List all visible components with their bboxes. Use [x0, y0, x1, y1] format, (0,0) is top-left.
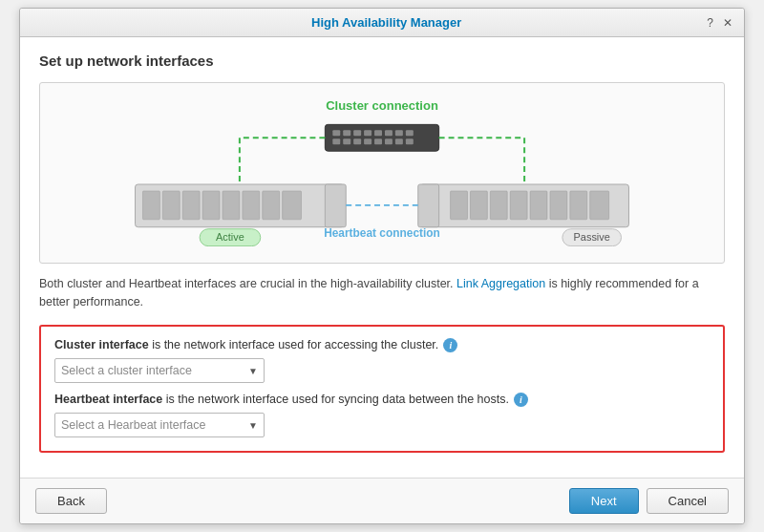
svg-text:Heartbeat connection: Heartbeat connection	[324, 225, 440, 239]
heartbeat-interface-select[interactable]: Select a Hearbeat interface	[54, 413, 265, 437]
dialog-titlebar: High Availability Manager ? ✕	[20, 9, 744, 37]
svg-rect-12	[364, 138, 371, 144]
heartbeat-interface-row: Heartbeat interface is the network inter…	[54, 393, 710, 437]
svg-rect-38	[550, 191, 567, 220]
svg-rect-30	[325, 184, 346, 227]
svg-rect-26	[223, 191, 240, 220]
next-button[interactable]: Next	[569, 488, 639, 514]
svg-rect-13	[374, 138, 382, 144]
heartbeat-interface-bold: Heartbeat interface	[54, 393, 162, 406]
svg-rect-3	[353, 130, 361, 136]
svg-rect-27	[243, 191, 260, 220]
info-text-part1: Both cluster and Heartbeat interfaces ar…	[39, 277, 456, 290]
svg-rect-22	[142, 191, 159, 220]
svg-rect-33	[451, 191, 468, 220]
close-button[interactable]: ✕	[721, 16, 734, 30]
svg-rect-0	[325, 124, 438, 151]
help-button[interactable]: ?	[705, 16, 715, 30]
dialog-title: High Availability Manager	[68, 15, 705, 30]
dialog-footer: Back Next Cancel	[20, 478, 744, 523]
svg-text:Active: Active	[216, 230, 244, 242]
dialog-body: Set up network interfaces Cluster connec…	[20, 37, 744, 478]
svg-rect-1	[332, 130, 340, 136]
svg-rect-6	[385, 130, 393, 136]
heartbeat-interface-info-icon[interactable]: i	[514, 393, 528, 407]
svg-rect-11	[353, 138, 361, 144]
svg-rect-34	[470, 191, 487, 220]
svg-rect-4	[364, 130, 371, 136]
svg-rect-25	[202, 191, 220, 220]
svg-text:Passive: Passive	[574, 230, 610, 242]
svg-rect-8	[406, 130, 414, 136]
heartbeat-interface-rest: is the network interface used for syncin…	[162, 393, 509, 406]
heartbeat-interface-label: Heartbeat interface is the network inter…	[54, 393, 710, 407]
cluster-interface-info-icon[interactable]: i	[443, 338, 457, 352]
diagram-svg: Heartbeat connection Active Passive	[59, 118, 705, 249]
svg-rect-24	[182, 191, 200, 220]
svg-rect-2	[343, 130, 350, 136]
cluster-interface-bold: Cluster interface	[54, 338, 149, 351]
svg-rect-9	[332, 138, 340, 144]
svg-rect-10	[343, 138, 350, 144]
interface-section: Cluster interface is the network interfa…	[39, 325, 725, 453]
back-button[interactable]: Back	[35, 488, 107, 514]
svg-rect-5	[374, 130, 382, 136]
link-aggregation-link[interactable]: Link Aggregation	[456, 277, 545, 290]
cluster-connection-label: Cluster connection	[326, 98, 438, 113]
svg-rect-14	[385, 138, 393, 144]
heartbeat-interface-select-wrapper: Select a Hearbeat interface ▼	[54, 413, 265, 437]
svg-rect-29	[283, 191, 302, 220]
cluster-interface-rest: is the network interface used for access…	[149, 338, 439, 351]
svg-rect-23	[162, 191, 180, 220]
dialog-controls: ? ✕	[705, 16, 734, 30]
svg-rect-28	[263, 191, 280, 220]
svg-rect-36	[510, 191, 527, 220]
diagram-area: Cluster connection	[39, 82, 725, 264]
cluster-interface-row: Cluster interface is the network interfa…	[54, 338, 710, 383]
svg-rect-39	[570, 191, 587, 220]
page-title: Set up network interfaces	[39, 53, 725, 69]
svg-rect-15	[395, 138, 403, 144]
cluster-interface-label: Cluster interface is the network interfa…	[54, 338, 710, 352]
svg-rect-40	[590, 191, 609, 220]
cluster-interface-select-wrapper: Select a cluster interface ▼	[54, 358, 265, 383]
svg-rect-32	[418, 184, 439, 227]
info-text: Both cluster and Heartbeat interfaces ar…	[39, 275, 725, 311]
svg-rect-16	[406, 138, 414, 144]
cancel-button[interactable]: Cancel	[647, 488, 729, 514]
footer-right: Next Cancel	[569, 488, 729, 514]
svg-rect-35	[490, 191, 507, 220]
cluster-interface-select[interactable]: Select a cluster interface	[54, 358, 265, 383]
svg-rect-37	[530, 191, 547, 220]
dialog-container: High Availability Manager ? ✕ Set up net…	[19, 8, 745, 524]
svg-rect-7	[395, 130, 403, 136]
